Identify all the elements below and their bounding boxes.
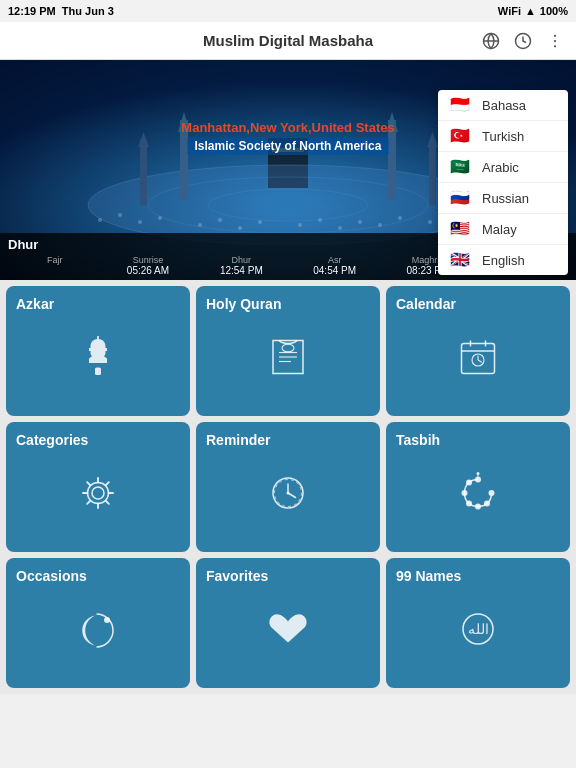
svg-point-42 bbox=[282, 344, 294, 352]
svg-point-61 bbox=[475, 504, 481, 510]
header-icons bbox=[480, 30, 566, 52]
app-title: Muslim Digital Masbaha bbox=[203, 32, 373, 49]
svg-point-34 bbox=[428, 220, 432, 224]
favorites-label: Favorites bbox=[206, 568, 268, 584]
language-dropdown[interactable]: 🇮🇩 Bahasa 🇹🇷 Turkish 🇸🇦 Arabic 🇷🇺 Russia… bbox=[438, 90, 568, 275]
grid-holy-quran[interactable]: Holy Quran bbox=[196, 286, 380, 416]
svg-point-4 bbox=[554, 39, 556, 41]
svg-point-28 bbox=[298, 223, 302, 227]
prayer-fajr: Fajr bbox=[8, 255, 101, 276]
current-prayer-name: Dhur bbox=[8, 237, 38, 252]
prayer-asr: Asr 04:54 PM bbox=[288, 255, 381, 276]
gear-icon bbox=[16, 448, 180, 538]
lang-turkish[interactable]: 🇹🇷 Turkish bbox=[438, 121, 568, 152]
svg-point-25 bbox=[218, 218, 222, 222]
calendar-label: Calendar bbox=[396, 296, 456, 312]
reminder-label: Reminder bbox=[206, 432, 271, 448]
svg-point-24 bbox=[198, 223, 202, 227]
globe-icon[interactable] bbox=[480, 30, 502, 52]
status-bar: 12:19 PM Thu Jun 3 WiFi ▲ 100% bbox=[0, 0, 576, 22]
lang-bahasa[interactable]: 🇮🇩 Bahasa bbox=[438, 90, 568, 121]
svg-point-31 bbox=[358, 220, 362, 224]
dhur-label: Dhur bbox=[195, 255, 288, 265]
heart-icon bbox=[206, 584, 370, 674]
app-header: Muslim Digital Masbaha bbox=[0, 22, 576, 60]
mosque-text: Islamic Society of North America bbox=[187, 137, 390, 155]
prayer-dhur: Dhur 12:54 PM bbox=[195, 255, 288, 276]
lang-turkish-label: Turkish bbox=[482, 129, 524, 144]
quran-icon bbox=[206, 312, 370, 402]
calendar-icon bbox=[396, 312, 560, 402]
svg-point-63 bbox=[489, 490, 495, 496]
grid-reminder[interactable]: Reminder bbox=[196, 422, 380, 552]
grid-occasions[interactable]: Occasions bbox=[6, 558, 190, 688]
flag-gb: 🇬🇧 bbox=[450, 252, 474, 268]
grid-azkar[interactable]: Azkar bbox=[6, 286, 190, 416]
svg-point-60 bbox=[466, 501, 472, 507]
status-right: WiFi ▲ 100% bbox=[498, 5, 568, 17]
flag-id: 🇮🇩 bbox=[450, 97, 474, 113]
lang-russian-label: Russian bbox=[482, 191, 529, 206]
svg-point-22 bbox=[138, 220, 142, 224]
svg-point-50 bbox=[92, 487, 104, 499]
lang-russian[interactable]: 🇷🇺 Russian bbox=[438, 183, 568, 214]
svg-point-29 bbox=[318, 218, 322, 222]
svg-point-21 bbox=[118, 213, 122, 217]
moon-star-icon bbox=[16, 584, 180, 674]
svg-point-66 bbox=[104, 617, 110, 623]
grid-tasbih[interactable]: Tasbih bbox=[386, 422, 570, 552]
svg-point-5 bbox=[554, 45, 556, 47]
lang-bahasa-label: Bahasa bbox=[482, 98, 526, 113]
svg-point-62 bbox=[484, 501, 490, 507]
holy-quran-label: Holy Quran bbox=[206, 296, 281, 312]
svg-point-26 bbox=[238, 226, 242, 230]
main-grid: Azkar Holy Quran Calendar bbox=[0, 280, 576, 694]
svg-rect-37 bbox=[95, 368, 101, 376]
svg-point-30 bbox=[338, 226, 342, 230]
svg-line-49 bbox=[478, 360, 482, 362]
lang-malay[interactable]: 🇲🇾 Malay bbox=[438, 214, 568, 245]
lang-english[interactable]: 🇬🇧 English bbox=[438, 245, 568, 275]
svg-point-56 bbox=[287, 492, 290, 495]
fajr-label: Fajr bbox=[8, 255, 101, 265]
tasbih-label: Tasbih bbox=[396, 432, 440, 448]
timer-icon[interactable] bbox=[512, 30, 534, 52]
flag-sa: 🇸🇦 bbox=[450, 159, 474, 175]
svg-point-58 bbox=[466, 480, 472, 486]
lang-arabic[interactable]: 🇸🇦 Arabic bbox=[438, 152, 568, 183]
svg-point-32 bbox=[378, 223, 382, 227]
svg-text:الله: الله bbox=[468, 622, 489, 637]
occasions-label: Occasions bbox=[16, 568, 87, 584]
arabic-calligraphy-icon: الله bbox=[396, 584, 560, 674]
svg-point-59 bbox=[462, 490, 468, 496]
grid-categories[interactable]: Categories bbox=[6, 422, 190, 552]
lang-malay-label: Malay bbox=[482, 222, 517, 237]
grid-favorites[interactable]: Favorites bbox=[196, 558, 380, 688]
lang-arabic-label: Arabic bbox=[482, 160, 519, 175]
flag-my: 🇲🇾 bbox=[450, 221, 474, 237]
sunrise-value: 05:26 AM bbox=[101, 265, 194, 276]
signal-icon: ▲ bbox=[525, 5, 536, 17]
beads-icon bbox=[396, 448, 560, 538]
azkar-label: Azkar bbox=[16, 296, 54, 312]
more-icon[interactable] bbox=[544, 30, 566, 52]
hero-section: 🇮🇩 Bahasa 🇹🇷 Turkish 🇸🇦 Arabic 🇷🇺 Russia… bbox=[0, 60, 576, 280]
svg-point-65 bbox=[477, 472, 480, 475]
svg-point-51 bbox=[88, 483, 109, 504]
svg-point-23 bbox=[158, 216, 162, 220]
lang-english-label: English bbox=[482, 253, 525, 268]
battery-indicator: 100% bbox=[540, 5, 568, 17]
wifi-icon: WiFi bbox=[498, 5, 521, 17]
svg-point-33 bbox=[398, 216, 402, 220]
status-time: 12:19 PM Thu Jun 3 bbox=[8, 5, 114, 17]
names-label: 99 Names bbox=[396, 568, 461, 584]
svg-point-20 bbox=[98, 218, 102, 222]
grid-calendar[interactable]: Calendar bbox=[386, 286, 570, 416]
prayer-sunrise: Sunrise 05:26 AM bbox=[101, 255, 194, 276]
flag-tr: 🇹🇷 bbox=[450, 128, 474, 144]
grid-99names[interactable]: 99 Names الله bbox=[386, 558, 570, 688]
azkar-icon bbox=[16, 312, 180, 402]
dhur-value: 12:54 PM bbox=[195, 265, 288, 276]
sunrise-label: Sunrise bbox=[101, 255, 194, 265]
svg-point-3 bbox=[554, 34, 556, 36]
